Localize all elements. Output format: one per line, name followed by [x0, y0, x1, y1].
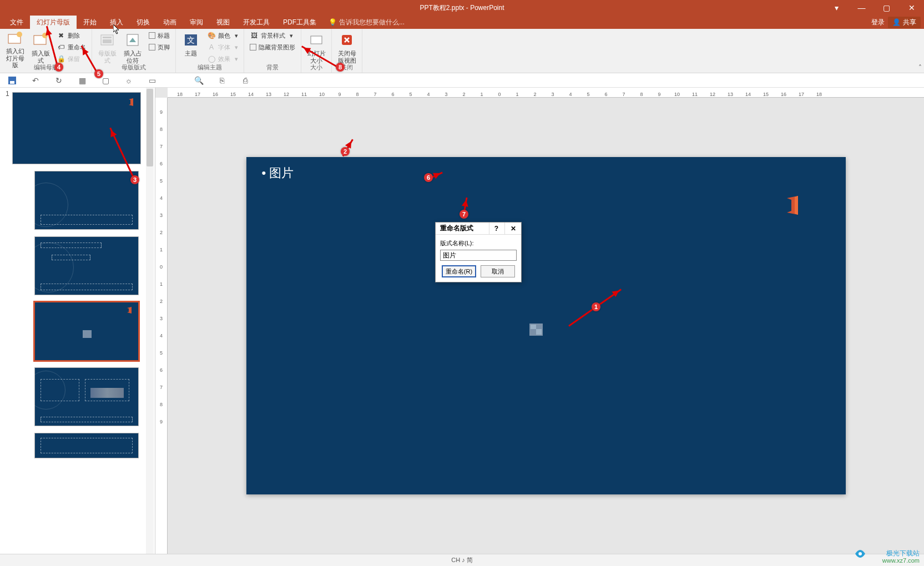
- hide-bg-label: 隐藏背景图形: [259, 43, 295, 52]
- colors-button[interactable]: 🎨颜色▾: [205, 30, 240, 41]
- themes-button[interactable]: 文 主题: [179, 30, 203, 64]
- svg-rect-11: [311, 36, 322, 44]
- thumbnail-pane[interactable]: 1: [0, 88, 155, 554]
- dialog-close-button[interactable]: ✕: [504, 223, 521, 234]
- layout-thumbnail-5[interactable]: [34, 433, 139, 458]
- fonts-icon: A: [207, 43, 216, 52]
- editor-area: 1817161514131211109876543210123456789101…: [155, 88, 924, 554]
- svg-text:文: 文: [187, 36, 195, 44]
- layout-thumbnail-3-selected[interactable]: [34, 302, 139, 361]
- tab-view[interactable]: 视图: [210, 16, 236, 29]
- fonts-label: 字体: [218, 43, 230, 52]
- save-button[interactable]: [7, 75, 18, 86]
- layout-thumbnail-4[interactable]: [34, 367, 139, 426]
- undo-button[interactable]: ↶: [30, 75, 41, 86]
- group-background-label: 背景: [244, 63, 301, 72]
- themes-label: 主题: [185, 50, 197, 57]
- qat-item-7[interactable]: ▭: [147, 75, 158, 86]
- slide-canvas[interactable]: 图片: [246, 157, 846, 494]
- slide-size-button[interactable]: 幻灯片大小: [305, 30, 328, 64]
- themes-icon: 文: [182, 31, 200, 49]
- tell-me-search[interactable]: 💡 告诉我您想要做什么...: [329, 16, 405, 29]
- group-background: 🖼背景样式▾ 隐藏背景图形 背景: [244, 29, 301, 73]
- title-bar: PPT教程2.pptx - PowerPoint ▾ — ▢ ✕: [0, 0, 924, 16]
- placeholder-icon: [124, 31, 142, 49]
- title-checkbox-label: 标题: [158, 32, 170, 40]
- chevron-down-icon: ▾: [235, 32, 238, 39]
- title-placeholder[interactable]: 图片: [262, 165, 294, 181]
- qat-item-8[interactable]: 🔍: [193, 75, 204, 86]
- group-size: 幻灯片大小 大小: [301, 29, 332, 73]
- close-master-view-button[interactable]: 关闭母版视图: [335, 30, 359, 64]
- tab-transitions[interactable]: 切换: [130, 16, 156, 29]
- minimize-button[interactable]: —: [849, 0, 874, 16]
- hide-bg-checkbox[interactable]: 隐藏背景图形: [248, 42, 297, 53]
- rename-button[interactable]: 🏷重命名: [54, 42, 88, 53]
- close-button[interactable]: ✕: [899, 0, 924, 16]
- tab-home[interactable]: 开始: [77, 16, 103, 29]
- layout-icon: [32, 31, 49, 49]
- svg-point-1: [17, 32, 22, 37]
- insert-layout-button[interactable]: 插入版式: [29, 30, 52, 64]
- qat-item-5[interactable]: ▢: [100, 75, 111, 86]
- title-placeholder-text: 图片: [269, 166, 294, 180]
- chevron-down-icon: ▾: [290, 32, 293, 39]
- dialog-help-button[interactable]: ?: [489, 223, 503, 234]
- group-size-label: 大小: [301, 63, 331, 72]
- scrollbar-thumb[interactable]: [147, 89, 153, 166]
- layout-name-label: 版式名称(L):: [440, 239, 517, 247]
- master-layout-button[interactable]: 母版版式: [95, 30, 119, 64]
- group-edit-master-label: 编辑母版: [0, 63, 92, 72]
- qat-item-10[interactable]: ⎙: [240, 75, 251, 86]
- redo-button[interactable]: ↻: [53, 75, 64, 86]
- vertical-ruler: 9876543210123456789: [155, 98, 168, 554]
- group-edit-theme-label: 编辑主题: [176, 63, 244, 72]
- window-controls: ▾ — ▢ ✕: [824, 0, 924, 16]
- share-label: 共享: [903, 18, 916, 27]
- preserve-button[interactable]: 🔒保留: [54, 53, 88, 64]
- insert-slide-master-button[interactable]: 插入幻灯片母版: [3, 30, 27, 64]
- ime-indicator[interactable]: CH ♪ 简: [451, 556, 473, 564]
- dialog-title: 重命名版式: [440, 224, 473, 233]
- preserve-label: 保留: [68, 55, 80, 63]
- tab-animations[interactable]: 动画: [156, 16, 183, 29]
- tab-slide-master[interactable]: 幻灯片母版: [30, 16, 77, 29]
- master-thumbnail[interactable]: [12, 92, 141, 164]
- maximize-button[interactable]: ▢: [874, 0, 899, 16]
- group-close: 关闭母版视图 关闭: [332, 29, 362, 73]
- dialog-title-bar[interactable]: 重命名版式 ? ✕: [436, 223, 521, 235]
- title-checkbox[interactable]: 标题: [147, 30, 172, 41]
- cancel-button[interactable]: 取消: [481, 265, 515, 277]
- background-styles-button[interactable]: 🖼背景样式▾: [248, 30, 297, 41]
- group-close-label: 关闭: [332, 63, 362, 72]
- delete-button[interactable]: ✖删除: [54, 30, 88, 41]
- footer-checkbox[interactable]: 页脚: [147, 42, 172, 53]
- layout-thumbnail-2[interactable]: [34, 236, 139, 295]
- tab-review[interactable]: 审阅: [183, 16, 210, 29]
- group-edit-theme: 文 主题 🎨颜色▾ A字体▾ ◯效果▾ 编辑主题: [176, 29, 244, 73]
- bg-styles-label: 背景样式: [261, 32, 285, 40]
- tab-file[interactable]: 文件: [3, 16, 30, 29]
- fonts-button[interactable]: A字体▾: [205, 42, 240, 53]
- layout-thumbnail-1[interactable]: [34, 171, 139, 230]
- ribbon-options-button[interactable]: ▾: [824, 0, 849, 16]
- layout-name-input[interactable]: [440, 250, 517, 261]
- qat-item-4[interactable]: ▦: [77, 75, 88, 86]
- insert-placeholder-button[interactable]: 插入占位符: [121, 30, 144, 64]
- image-placeholder-icon[interactable]: [529, 324, 543, 336]
- tab-dev[interactable]: 开发工具: [236, 16, 276, 29]
- preserve-icon: 🔒: [57, 54, 65, 63]
- collapse-ribbon-button[interactable]: ˄: [918, 64, 922, 72]
- rename-icon: 🏷: [57, 43, 65, 52]
- rename-confirm-button[interactable]: 重命名(R): [442, 265, 476, 277]
- tab-pdf[interactable]: PDF工具集: [276, 16, 323, 29]
- svg-rect-16: [531, 325, 536, 329]
- effects-label: 效果: [218, 55, 230, 63]
- qat-item-9[interactable]: ⎘: [216, 75, 228, 86]
- effects-button[interactable]: ◯效果▾: [205, 53, 240, 64]
- qat-item-6[interactable]: ☼: [123, 75, 134, 86]
- thumbnail-scrollbar[interactable]: [146, 88, 154, 554]
- tab-insert[interactable]: 插入: [103, 16, 130, 29]
- login-link[interactable]: 登录: [871, 18, 885, 27]
- share-button[interactable]: 👤 共享: [888, 17, 921, 28]
